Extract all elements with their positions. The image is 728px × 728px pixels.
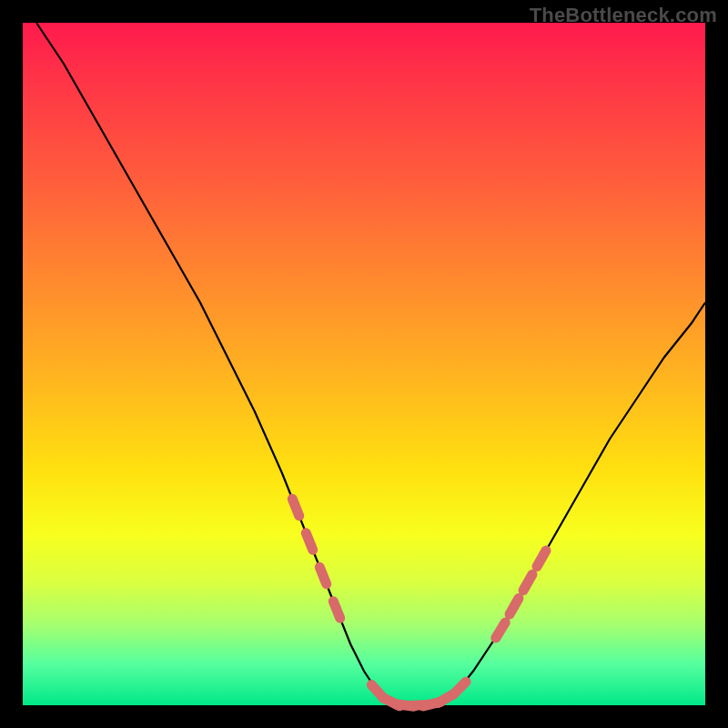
chart-frame: TheBottleneck.com (0, 0, 728, 728)
highlight-dot (306, 533, 312, 551)
highlight-dot (523, 574, 532, 590)
highlight-dot (292, 499, 298, 516)
bottleneck-curve (36, 23, 705, 705)
plot-area (23, 23, 705, 705)
highlight-dot (453, 682, 466, 694)
watermark-text: TheBottleneck.com (530, 4, 717, 27)
highlight-dot (333, 602, 339, 619)
highlight-dot (510, 599, 519, 614)
highlight-dot (537, 551, 546, 566)
highlight-dots (292, 499, 546, 706)
curve-svg (23, 23, 705, 705)
highlight-dot (319, 567, 326, 584)
highlight-dot (496, 622, 505, 638)
